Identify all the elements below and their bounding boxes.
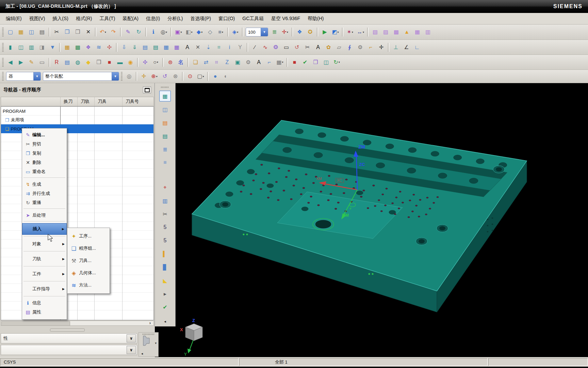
rect-tool-icon[interactable]: ▭ (281, 42, 292, 52)
dependencies-panel-collapsed[interactable]: 性 ∨ (1, 333, 137, 343)
sketch-icon[interactable]: ✎ (123, 27, 133, 37)
menu-11[interactable]: GC工具箱 (239, 14, 267, 24)
snap-handles-icon[interactable]: ❖ (294, 27, 305, 37)
context-menu-item-编辑[interactable]: ✎编辑... (22, 130, 67, 139)
wireframe-view-icon[interactable]: ◇ (205, 27, 215, 37)
selection-scope-combo-dropdown-icon[interactable]: ▼ (112, 72, 119, 80)
context-menu-item-生成[interactable]: ↯生成 (22, 180, 67, 189)
layer-plate-icon[interactable]: ▦ (172, 42, 182, 52)
role-key-icon[interactable]: ✪ (305, 27, 315, 37)
clamp-tool-icon[interactable]: ⌐ (365, 42, 376, 52)
wave-geometry-icon[interactable]: ≋ (94, 42, 104, 52)
circle-center-icon[interactable]: ⊙ (185, 71, 195, 82)
z-tool-icon[interactable]: Z (222, 57, 232, 67)
toolbar-grip[interactable] (143, 334, 155, 335)
navigator-filter-combo-dropdown-icon[interactable]: ▼ (33, 72, 40, 80)
paste-icon[interactable]: ❒ (72, 27, 83, 37)
expand-panel-button[interactable]: ∨ (127, 334, 136, 342)
box-copy-icon[interactable]: ❒ (94, 57, 104, 67)
grid-tool-icon[interactable]: ⌗ (211, 57, 222, 67)
red-cube-icon[interactable]: ■ (104, 57, 115, 67)
context-menu-item-工作指导[interactable]: 工作指导▶ (22, 283, 67, 295)
create-geometry-icon[interactable]: ▥ (26, 42, 37, 52)
teal-pair-icon[interactable]: ◫ (321, 57, 331, 67)
step-5b-icon[interactable]: 5 (159, 235, 171, 246)
rotate-snap-icon[interactable]: ↺ (160, 71, 170, 82)
corner-tool-icon[interactable]: ∟ (412, 42, 422, 52)
column-header-2[interactable]: 刀轨 (77, 97, 94, 106)
book-tool-icon[interactable]: ❏ (190, 57, 201, 67)
check-ok-icon[interactable]: ✔ (300, 57, 310, 67)
column-header-3[interactable]: 刀具 (94, 97, 122, 106)
spline-tool-icon[interactable]: ∿ (260, 42, 271, 52)
filter-list-b-icon[interactable]: ≡ (159, 157, 171, 168)
sync-model-icon[interactable]: ▥ (423, 27, 433, 37)
sphere-gray-icon[interactable]: ◐ (220, 71, 231, 82)
dropdown-arrow-icon[interactable]: ▾ (157, 61, 158, 64)
cut-tool-x-icon[interactable]: ✕ (193, 42, 203, 52)
info-icon[interactable]: ℹ (148, 27, 159, 37)
pyramid-icon[interactable]: ◣ (159, 275, 171, 286)
clamp-2-icon[interactable]: ▸ (159, 288, 171, 299)
line-tool-icon[interactable]: ∕ (249, 42, 260, 52)
circle-tool-icon[interactable]: ○▾ (150, 57, 161, 67)
trim-tool-icon[interactable]: ✂ (302, 42, 313, 52)
pencil-edit-icon[interactable]: ✎ (26, 57, 37, 67)
toolbar-grip[interactable] (2, 43, 4, 52)
submenu-item-程序组[interactable]: ❑程序组... (67, 242, 110, 255)
point-on-curve-icon[interactable]: ⊕▾ (149, 71, 160, 82)
workpiece-plate-icon[interactable]: ▦ (161, 42, 172, 52)
dropdown-arrow-icon[interactable]: ▾ (287, 31, 288, 34)
measure-icon[interactable]: ↔▾ (355, 27, 366, 37)
context-menu-item-插入[interactable]: 插入▶ (22, 223, 67, 235)
create-tool-icon[interactable]: ◫ (16, 42, 26, 52)
scroll-more-button[interactable]: › (147, 321, 153, 325)
expand-panel-button-2[interactable]: ∨ (127, 346, 136, 354)
create-program-icon[interactable]: ▮ (5, 42, 16, 52)
toolbar-grip[interactable] (2, 72, 4, 81)
menu-1[interactable]: 编辑(E) (2, 14, 26, 24)
operation-navigator-icon[interactable]: ▦ (159, 91, 171, 102)
loop-tool-icon[interactable]: ↺ (292, 42, 302, 52)
context-menu-item-工件[interactable]: 工件▶ (22, 268, 67, 280)
planes-tool-icon[interactable]: ▱ (334, 42, 344, 52)
section-view-icon[interactable]: ◧▾ (184, 27, 194, 37)
copy-icon[interactable]: ❐ (62, 27, 72, 37)
probe-angle-icon[interactable]: ∠ (401, 42, 412, 52)
gear-wheel-icon[interactable]: ❂ (271, 42, 281, 52)
dashed-box-icon[interactable]: ▢▾ (195, 71, 206, 82)
spark-op-icon[interactable]: ✣ (104, 42, 115, 52)
gear-snap-icon[interactable]: ⊛ (170, 71, 181, 82)
red-box2-icon[interactable]: ■ (289, 57, 300, 67)
orientation-triad[interactable]: Z X Y (180, 318, 202, 357)
play-icon[interactable]: ▶ (320, 27, 330, 37)
recycle-icon[interactable]: ↻▾ (331, 57, 342, 67)
extrude-cube-icon[interactable]: ▨ (380, 27, 391, 37)
context-menu-item-信息[interactable]: ℹ信息 (22, 298, 67, 307)
gears-tool-icon[interactable]: ⚙ (355, 42, 365, 52)
calc-grid-icon[interactable]: ▦▾ (275, 57, 285, 67)
submenu-item-方法[interactable]: ≋方法... (67, 279, 110, 291)
create-operation-icon[interactable]: ▼ (47, 42, 58, 52)
menu-9[interactable]: 首选项(P) (186, 14, 215, 24)
plate-list-icon[interactable]: ▥ (159, 195, 171, 206)
zoom-dropdown-icon[interactable]: ▼ (261, 28, 268, 36)
dropdown-arrow-icon[interactable]: ▾ (363, 31, 364, 34)
menu-3[interactable]: 插入(S) (49, 14, 72, 24)
filter-list-a-icon[interactable]: ≣ (159, 144, 171, 155)
dropdown-arrow-icon[interactable]: ▾ (191, 31, 193, 34)
coin-icon[interactable]: ◉ (125, 57, 136, 67)
shaded-view-icon[interactable]: ◆▾ (194, 27, 205, 37)
binoculars-icon[interactable]: ◎ (124, 71, 134, 82)
graphics-viewport[interactable]: ZM ZC XM XC YM Z X Y (155, 83, 588, 357)
dropdown-arrow-icon[interactable]: ▾ (201, 31, 202, 34)
dropdown-arrow-icon[interactable]: ▾ (222, 31, 223, 34)
plate-view-icon[interactable]: ▤ (62, 57, 72, 67)
verify-toolpath-icon[interactable]: ⇓ (129, 42, 140, 52)
blob-tool-icon[interactable]: ✿ (323, 42, 334, 52)
feed-down-icon[interactable]: ⇣ (203, 42, 214, 52)
context-menu-item-属性[interactable]: ▤属性 (22, 307, 67, 317)
new-icon[interactable]: ▢ (5, 27, 16, 37)
window-layout-icon[interactable]: ▣▾ (173, 27, 184, 37)
chart-bar-icon[interactable]: ▊ (159, 262, 171, 273)
